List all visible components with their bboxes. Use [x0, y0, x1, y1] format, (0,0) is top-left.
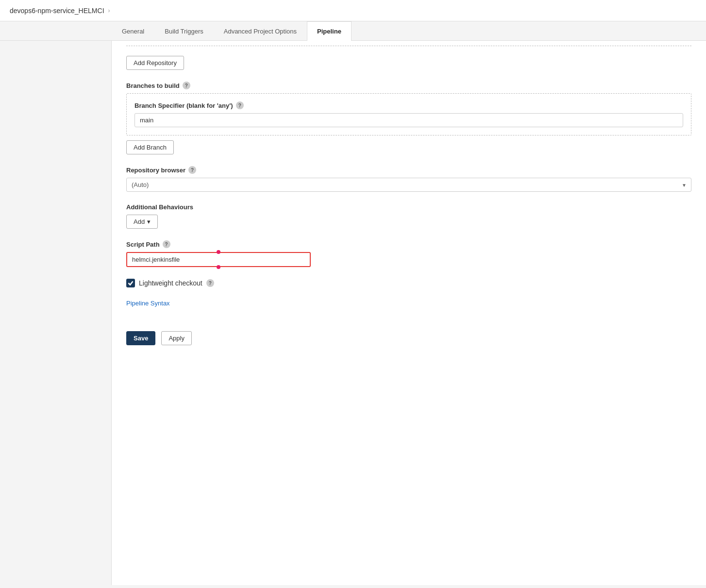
- additional-behaviours-label: Additional Behaviours: [126, 203, 691, 211]
- branch-specifier-help-icon[interactable]: ?: [236, 101, 244, 109]
- branch-specifier-input[interactable]: [134, 113, 683, 127]
- top-divider: [126, 46, 691, 46]
- project-name[interactable]: devops6-npm-service_HELMCI: [10, 7, 104, 15]
- additional-behaviours-section: Additional Behaviours Add ▾: [126, 203, 691, 229]
- lightweight-checkout-row: Lightweight checkout ?: [126, 279, 691, 287]
- script-path-input-wrapper: [126, 252, 311, 267]
- lightweight-checkout-section: Lightweight checkout ?: [126, 279, 691, 287]
- lightweight-checkout-help-icon[interactable]: ?: [206, 279, 214, 287]
- add-dropdown-chevron-icon: ▾: [147, 218, 151, 225]
- tabs-bar: General Build Triggers Advanced Project …: [0, 21, 706, 41]
- script-path-label: Script Path ?: [126, 240, 691, 248]
- dot-indicator-top: [217, 250, 220, 254]
- actions-row: Save Apply: [126, 321, 691, 345]
- add-branch-button[interactable]: Add Branch: [126, 140, 174, 154]
- tab-general[interactable]: General: [112, 21, 154, 41]
- script-path-section: Script Path ?: [126, 240, 691, 267]
- lightweight-checkout-label: Lightweight checkout: [139, 279, 202, 287]
- apply-button[interactable]: Apply: [161, 331, 192, 345]
- dot-indicator-bottom: [217, 265, 220, 269]
- breadcrumb-chevron: ›: [108, 7, 110, 14]
- repository-browser-select-wrapper: (Auto): [126, 178, 691, 192]
- checkmark-icon: [128, 280, 134, 286]
- tab-pipeline[interactable]: Pipeline: [307, 21, 352, 41]
- branches-dashed-box: Branch Specifier (blank for 'any') ?: [126, 93, 691, 135]
- pipeline-syntax-section: Pipeline Syntax: [126, 299, 691, 307]
- repository-browser-help-icon[interactable]: ?: [188, 166, 196, 174]
- branches-to-build-help-icon[interactable]: ?: [183, 82, 190, 89]
- script-path-help-icon[interactable]: ?: [163, 240, 170, 248]
- branch-specifier-label: Branch Specifier (blank for 'any') ?: [134, 101, 683, 109]
- main-layout: Add Repository Branches to build ? Branc…: [0, 41, 706, 585]
- add-repository-section: Add Repository: [126, 56, 691, 70]
- save-button[interactable]: Save: [126, 331, 155, 345]
- content-area: Add Repository Branches to build ? Branc…: [112, 41, 706, 585]
- branches-to-build-label: Branches to build ?: [126, 82, 691, 89]
- repository-browser-select[interactable]: (Auto): [126, 178, 691, 192]
- tab-advanced-project-options[interactable]: Advanced Project Options: [214, 21, 307, 41]
- tab-build-triggers[interactable]: Build Triggers: [154, 21, 213, 41]
- sidebar: [0, 41, 112, 585]
- repository-browser-section: Repository browser ? (Auto): [126, 166, 691, 192]
- repository-browser-label: Repository browser ?: [126, 166, 691, 174]
- lightweight-checkout-checkbox[interactable]: [126, 279, 135, 287]
- add-repository-button[interactable]: Add Repository: [126, 56, 184, 70]
- pipeline-syntax-link[interactable]: Pipeline Syntax: [126, 300, 170, 307]
- add-dropdown-button[interactable]: Add ▾: [126, 215, 158, 229]
- branches-to-build-section: Branches to build ? Branch Specifier (bl…: [126, 82, 691, 154]
- top-bar: devops6-npm-service_HELMCI ›: [0, 0, 706, 21]
